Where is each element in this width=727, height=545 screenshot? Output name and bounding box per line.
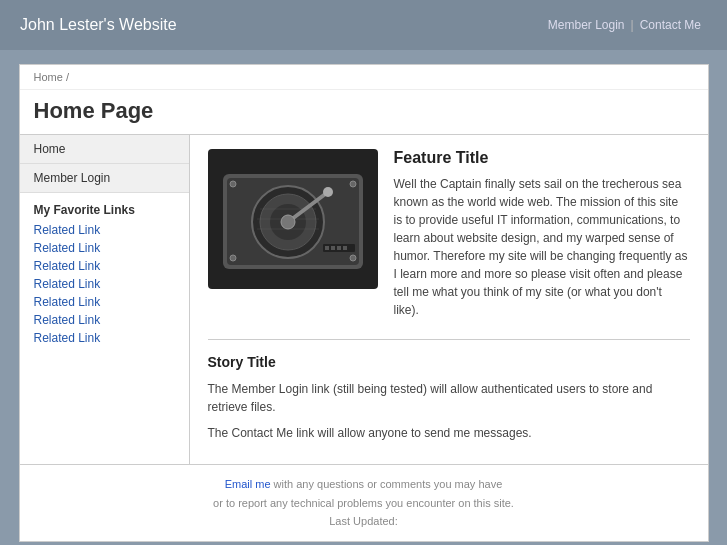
footer-line2: or to report any technical problems you … [34,494,694,513]
main-content: Feature Title Well the Captain finally s… [190,135,708,464]
feature-image [208,149,378,289]
header-contact-me[interactable]: Contact Me [634,18,707,32]
svg-point-16 [350,255,356,261]
sidebar-related-link-1[interactable]: Related Link [20,221,189,239]
sidebar-links-title: My Favorite Links [20,193,189,221]
footer-line3: Last Updated: [34,512,694,531]
header-member-login[interactable]: Member Login [542,18,631,32]
sidebar-related-link-3[interactable]: Related Link [20,257,189,275]
page-title: Home Page [20,90,708,135]
svg-point-15 [230,255,236,261]
sidebar-item-member-login[interactable]: Member Login [20,164,189,193]
svg-point-12 [281,215,295,229]
sidebar-related-link-2[interactable]: Related Link [20,239,189,257]
site-header: John Lester's Website Member Login | Con… [0,0,727,50]
feature-section: Feature Title Well the Captain finally s… [208,149,690,319]
feature-text: Feature Title Well the Captain finally s… [394,149,690,319]
svg-rect-20 [337,246,341,250]
hdd-illustration [213,154,373,284]
footer-email-link[interactable]: Email me [225,478,271,490]
svg-point-11 [323,187,333,197]
svg-point-13 [230,181,236,187]
content-area: Home Member Login My Favorite Links Rela… [20,135,708,464]
story-section: Story Title The Member Login link (still… [208,339,690,442]
story-paragraph-1: The Member Login link (still being teste… [208,380,690,416]
feature-body: Well the Captain finally sets sail on th… [394,175,690,319]
story-paragraph-2: The Contact Me link will allow anyone to… [208,424,690,442]
site-title: John Lester's Website [20,16,177,34]
sidebar-item-home[interactable]: Home [20,135,189,164]
main-wrapper: Home / Home Page Home Member Login My Fa… [19,64,709,542]
story-title: Story Title [208,354,690,370]
feature-title: Feature Title [394,149,690,167]
svg-rect-19 [331,246,335,250]
sidebar-related-link-7[interactable]: Related Link [20,329,189,347]
svg-rect-21 [343,246,347,250]
sidebar-related-link-4[interactable]: Related Link [20,275,189,293]
breadcrumb: Home / [20,65,708,90]
svg-rect-18 [325,246,329,250]
sidebar-related-link-6[interactable]: Related Link [20,311,189,329]
header-nav: Member Login | Contact Me [542,18,707,32]
sidebar: Home Member Login My Favorite Links Rela… [20,135,190,464]
footer-line1: Email me with any questions or comments … [34,475,694,494]
sidebar-related-link-5[interactable]: Related Link [20,293,189,311]
footer: Email me with any questions or comments … [20,464,708,541]
footer-email-suffix: with any questions or comments you may h… [271,478,503,490]
svg-point-14 [350,181,356,187]
